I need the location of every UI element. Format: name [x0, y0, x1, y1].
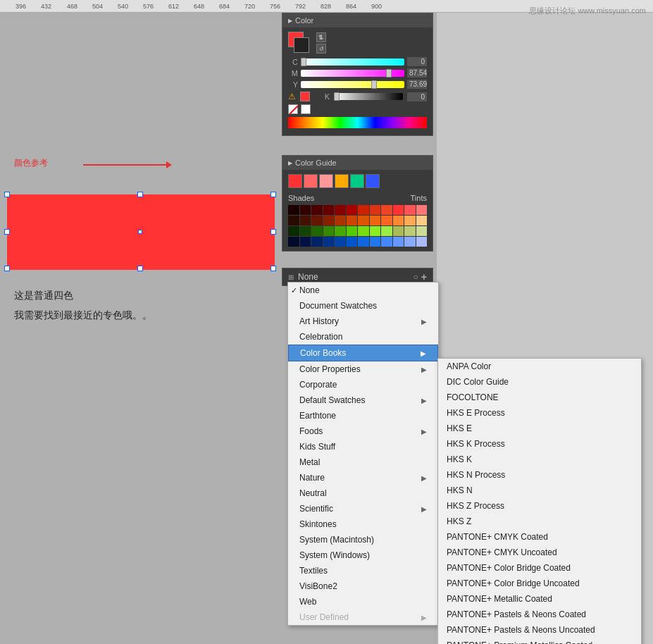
menu-item-web[interactable]: Web: [288, 594, 438, 609]
shade-41[interactable]: [347, 237, 358, 247]
submenu-item-pantone-cb-uncoated[interactable]: PANTONE+ Color Bridge Uncoated: [438, 576, 641, 591]
reset-icon[interactable]: ↺: [316, 44, 326, 54]
swap-icon[interactable]: ⇄: [316, 32, 326, 42]
swatches-circle-icon[interactable]: ○: [413, 272, 418, 282]
slider-k-value[interactable]: 0: [407, 92, 427, 101]
menu-item-celebration[interactable]: Celebration: [288, 329, 438, 345]
submenu-item-pantone-premium[interactable]: PANTONE+ Premium Metallics Coated: [438, 638, 641, 644]
submenu-item-dic[interactable]: DIC Color Guide: [438, 374, 641, 390]
guide-swatch-1[interactable]: [304, 174, 318, 188]
submenu-item-hks-n[interactable]: HKS N: [438, 483, 641, 498]
submenu-item-pantone-cmyk-uncoated[interactable]: PANTONE+ CMYK Uncoated: [438, 545, 641, 560]
shade-30[interactable]: [358, 226, 369, 236]
shade-29[interactable]: [347, 226, 358, 236]
submenu-item-focoltone[interactable]: FOCOLTONE: [438, 390, 641, 405]
shade-0[interactable]: [288, 205, 299, 215]
shade-35[interactable]: [416, 226, 428, 236]
shade-1[interactable]: [300, 205, 311, 215]
shade-13[interactable]: [300, 216, 311, 225]
guide-swatch-5[interactable]: [366, 174, 380, 188]
shade-14[interactable]: [311, 216, 323, 225]
submenu-item-pantone-metallic[interactable]: PANTONE+ Metallic Coated: [438, 591, 641, 607]
guide-swatch-2[interactable]: [319, 174, 333, 188]
no-fill-swatch[interactable]: [288, 104, 298, 114]
submenu-item-pantone-cmyk-coated[interactable]: PANTONE+ CMYK Coated: [438, 529, 641, 545]
menu-item-textiles[interactable]: Textiles: [288, 563, 438, 578]
menu-item-kids-stuff[interactable]: Kids Stuff: [288, 439, 438, 454]
guide-swatch-3[interactable]: [335, 174, 349, 188]
shade-33[interactable]: [393, 226, 404, 236]
slider-k-track[interactable]: [334, 93, 403, 100]
shade-17[interactable]: [347, 216, 358, 225]
submenu-item-hks-z[interactable]: HKS Z: [438, 514, 641, 529]
menu-item-nature[interactable]: Nature ▶: [288, 470, 438, 485]
menu-item-system-mac[interactable]: System (Macintosh): [288, 532, 438, 547]
handle-tr[interactable]: [270, 192, 276, 197]
submenu-item-pantone-pastels-coated[interactable]: PANTONE+ Pastels & Neons Coated: [438, 607, 641, 622]
menu-item-color-books[interactable]: Color Books ▶: [288, 345, 438, 361]
submenu-item-hks-e-process[interactable]: HKS E Process: [438, 405, 641, 421]
shade-36[interactable]: [288, 237, 299, 247]
spectrum-bar[interactable]: [288, 117, 427, 128]
fill-stroke-box[interactable]: [288, 32, 311, 54]
menu-item-visibone2[interactable]: VisiBone2: [288, 578, 438, 594]
shade-31[interactable]: [370, 226, 381, 236]
shade-32[interactable]: [381, 226, 392, 236]
submenu-item-pantone-cb-coated[interactable]: PANTONE+ Color Bridge Coated: [438, 560, 641, 576]
menu-item-scientific[interactable]: Scientific ▶: [288, 501, 438, 516]
guide-swatch-main[interactable]: [288, 174, 302, 188]
swatches-plus-icon[interactable]: +: [421, 271, 427, 283]
menu-item-default-swatches[interactable]: Default Swatches ▶: [288, 392, 438, 408]
shade-9[interactable]: [393, 205, 404, 215]
shade-21[interactable]: [393, 216, 404, 225]
menu-item-none[interactable]: None: [288, 283, 438, 298]
submenu-item-pantone-pastels-uncoated[interactable]: PANTONE+ Pastels & Neons Uncoated: [438, 622, 641, 638]
shade-46[interactable]: [404, 237, 416, 247]
shade-18[interactable]: [358, 216, 369, 225]
slider-c-value[interactable]: 0: [407, 57, 427, 66]
guide-swatch-4[interactable]: [350, 174, 364, 188]
submenu-item-hks-n-process[interactable]: HKS N Process: [438, 467, 641, 483]
shade-26[interactable]: [311, 226, 323, 236]
shade-25[interactable]: [300, 226, 311, 236]
slider-y-value[interactable]: 73.69: [407, 80, 427, 89]
menu-item-art-history[interactable]: Art History ▶: [288, 314, 438, 329]
slider-k-thumb[interactable]: [334, 92, 340, 101]
menu-item-color-properties[interactable]: Color Properties ▶: [288, 361, 438, 377]
handle-bl[interactable]: [4, 266, 10, 271]
shade-45[interactable]: [393, 237, 404, 247]
slider-c-track[interactable]: [301, 58, 404, 66]
shade-34[interactable]: [404, 226, 416, 236]
shade-28[interactable]: [335, 226, 346, 236]
slider-m-value[interactable]: 87.54: [407, 68, 427, 78]
shade-44[interactable]: [381, 237, 392, 247]
shade-19[interactable]: [370, 216, 381, 225]
handle-tl[interactable]: [4, 192, 10, 197]
white-swatch[interactable]: [301, 104, 311, 114]
shade-38[interactable]: [311, 237, 323, 247]
shade-11[interactable]: [416, 205, 428, 215]
shade-2[interactable]: [311, 205, 323, 215]
menu-item-metal[interactable]: Metal: [288, 454, 438, 470]
stroke-color-box[interactable]: [294, 37, 309, 53]
shade-39[interactable]: [323, 237, 335, 247]
shade-4[interactable]: [335, 205, 346, 215]
handle-bm[interactable]: [137, 266, 143, 271]
submenu-item-anpa[interactable]: ANPA Color: [438, 359, 641, 374]
shade-12[interactable]: [288, 216, 299, 225]
menu-item-foods[interactable]: Foods ▶: [288, 423, 438, 439]
handle-br[interactable]: [270, 266, 276, 271]
submenu-item-hks-k[interactable]: HKS K: [438, 452, 641, 467]
menu-item-system-win[interactable]: System (Windows): [288, 547, 438, 563]
shade-5[interactable]: [347, 205, 358, 215]
slider-c-thumb[interactable]: [301, 58, 306, 66]
shade-3[interactable]: [323, 205, 335, 215]
shade-15[interactable]: [323, 216, 335, 225]
menu-item-corporate[interactable]: Corporate: [288, 377, 438, 392]
slider-y-track[interactable]: [301, 81, 404, 88]
shade-24[interactable]: [288, 226, 299, 236]
shade-10[interactable]: [404, 205, 416, 215]
menu-item-skintones[interactable]: Skintones: [288, 516, 438, 532]
shade-8[interactable]: [381, 205, 392, 215]
handle-mr[interactable]: [270, 229, 276, 235]
